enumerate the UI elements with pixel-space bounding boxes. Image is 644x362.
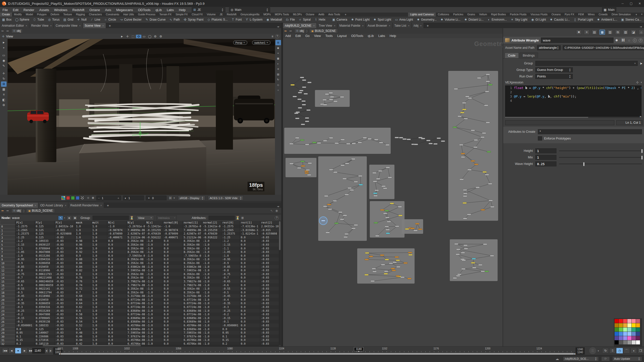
network-node[interactable] [351,228,355,229]
palette-color-29[interactable] [636,336,640,340]
palette-color-25[interactable] [619,336,623,340]
menu-item-help[interactable]: Help [176,8,188,12]
column-header-p-y[interactable]: P[y] [35,221,55,224]
attribute-list-icon[interactable]: ≣ [241,216,244,220]
network-node[interactable] [488,183,492,185]
network-node[interactable] [408,252,412,253]
network-node[interactable] [400,277,405,278]
shelf-tool-ambient-l[interactable]: ✸Ambient L... [597,18,617,21]
lut-icon[interactable]: ⛝ [169,196,172,200]
window-layout-selector[interactable]: ▦ Main [602,7,616,12]
network-node[interactable] [341,139,345,140]
shelf-tab-particles[interactable]: Particles [451,13,465,17]
params-tab-bindings[interactable]: Bindings [519,53,538,58]
attributes-funnel-icon[interactable]: ⏳ [236,216,240,220]
shelf-tab-collisions[interactable]: Collisions [436,13,451,17]
shelf-tab-je[interactable]: JE [218,13,225,17]
display-points-icon[interactable]: ⌖ [275,51,281,56]
palette-color-6[interactable] [615,323,619,327]
network-node[interactable] [453,127,457,128]
group-type-dropdown[interactable]: Guess from Group▲▼ [535,67,573,72]
network-node[interactable] [289,143,293,145]
asset-name-dropdown[interactable]: attribwrangle▲▼ [537,45,561,50]
list-icon[interactable]: ▤ [592,30,597,35]
network-node[interactable] [346,143,350,144]
network-node[interactable] [348,188,352,189]
scene-viewport[interactable]: Persp▼ switcher1▼ 18fps 56.79ms [8,39,275,195]
network-node[interactable] [467,214,471,215]
network-node[interactable] [365,259,369,260]
network-node[interactable] [459,144,463,146]
grid-toggle-icon[interactable]: ◇ [275,82,281,87]
network-node[interactable] [334,101,338,102]
network-node[interactable] [380,255,384,256]
snowflake-dim-icon[interactable]: ❄ [87,196,90,200]
network-node[interactable] [354,181,358,183]
palette-color-13[interactable] [619,328,623,332]
network-node[interactable] [323,99,327,101]
play-forward-button[interactable]: ▶ [22,348,28,353]
ease-icon[interactable]: ⌒ [623,348,630,353]
network-node[interactable] [382,186,386,187]
network-node[interactable] [414,144,418,145]
network-node[interactable] [329,92,333,94]
network-node[interactable] [421,138,425,139]
shelf-overflow-icon[interactable]: ▾ [640,13,644,17]
step-forward-button[interactable]: |▸ [49,348,52,353]
shelf-tab-characters[interactable]: Characters [87,13,104,17]
network-node[interactable] [301,124,305,125]
net-menu-item-layout[interactable]: Layout [335,34,349,38]
play-reverse-button[interactable]: ◀ [9,348,15,353]
network-node[interactable] [384,271,388,272]
network-node[interactable] [456,254,460,255]
points-mode-icon[interactable]: ◈ [67,216,72,220]
network-node[interactable] [407,139,411,140]
code-hscrollbar[interactable]: ▶ [505,117,641,118]
network-node[interactable] [329,99,333,100]
network-node[interactable] [457,274,461,275]
shelf-tool-volume-li[interactable]: ✸Volume Li... [440,18,461,21]
network-node[interactable] [460,179,464,180]
layout-selector[interactable]: ⊞ JE▲▼ [192,7,225,12]
sheet-pane-tab-new-tab-button[interactable]: ＋ [104,203,112,208]
close-button[interactable]: ✕ [635,1,644,6]
shelf-tool-tube[interactable]: ⬯Tube [33,18,44,21]
display-wire-icon[interactable]: ▦ [275,56,281,61]
table-row[interactable]: 12-0.80.0118966-0.030.821.00.07.59655e-0… [0,268,279,272]
table-row[interactable]: 18-0.50.00611794-0.030.71.00.08.3562e-08… [0,291,279,294]
camera-menu[interactable]: Persp▼ [233,40,247,45]
network-node[interactable] [330,96,334,98]
palette-color-31[interactable] [619,340,623,344]
network-node[interactable] [485,174,489,175]
realtime-clock-icon[interactable]: ◷ [616,348,623,353]
selection-options-icon[interactable]: ⚙ [158,35,164,38]
menu-item-windows[interactable]: Windows [52,8,70,12]
table-row[interactable]: 290.050.140667-0.030.481.00.07.59655e-08… [0,331,279,335]
area-select-icon[interactable]: ▭ [141,35,147,38]
network-node[interactable] [305,172,309,174]
shelf-tab-texture[interactable]: Texture [61,13,74,17]
network-node[interactable] [462,102,466,104]
network-node[interactable] [463,196,467,197]
palette-color-35[interactable] [636,340,640,344]
network-node[interactable] [344,237,348,238]
net-menu-item-odtools[interactable]: ODTools [349,34,366,38]
table-row[interactable]: 23-0.250.0515269-0.030.61.00.06.83689e-0… [0,309,279,313]
palette-color-20[interactable] [623,332,627,336]
colorspace-dropdown[interactable]: sRGB - Display▲▼ [178,196,206,200]
network-node[interactable] [454,88,458,89]
network-node[interactable] [480,137,485,138]
shelf-tab-wires[interactable]: Wires [586,13,597,17]
add-shelf-tab-button-2[interactable]: ＋ [633,13,640,17]
network-node[interactable] [409,254,413,255]
network-backdrop[interactable] [402,219,423,234]
net-menu-item-go[interactable]: Go [303,34,312,38]
network-node[interactable] [379,142,383,143]
shelf-tool-box[interactable]: ▦Box [2,18,12,21]
table-row[interactable]: 1-1.25650.125-0.0151.01.0-0.9878747.4689… [0,228,279,232]
shelf-tool-environm[interactable]: ◐Environm... [487,18,507,21]
network-node[interactable] [340,219,344,220]
net-pane-tab-obj[interactable]: /obj× [412,23,423,28]
network-node[interactable] [338,211,342,213]
palette-color-3[interactable] [627,319,631,323]
